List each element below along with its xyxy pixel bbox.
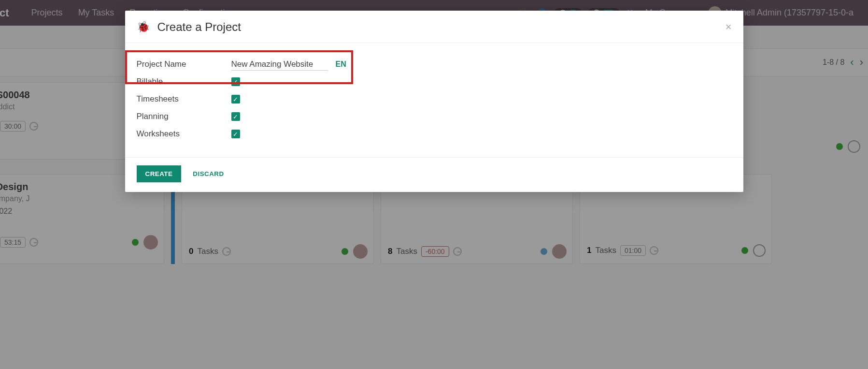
create-project-modal: 🐞 Create a Project × Project Name EN Bil…: [125, 11, 743, 192]
checkbox-timesheets[interactable]: ✓: [231, 95, 240, 103]
language-chip[interactable]: EN: [336, 60, 346, 69]
label-worksheets: Worksheets: [137, 129, 231, 139]
label-timesheets: Timesheets: [137, 94, 231, 104]
row-billable: Billable ✓: [137, 73, 732, 90]
label-planning: Planning: [137, 112, 231, 121]
row-planning: Planning ✓: [137, 108, 732, 125]
row-timesheets: Timesheets ✓: [137, 90, 732, 108]
discard-button[interactable]: DISCARD: [193, 170, 224, 177]
modal-header: 🐞 Create a Project ×: [125, 11, 743, 43]
close-icon[interactable]: ×: [726, 21, 732, 33]
checkbox-planning[interactable]: ✓: [231, 112, 240, 121]
checkbox-worksheets[interactable]: ✓: [231, 130, 240, 138]
create-button[interactable]: CREATE: [137, 165, 182, 182]
bug-icon: 🐞: [137, 21, 150, 33]
modal-title: Create a Project: [157, 20, 241, 34]
modal-body: Project Name EN Billable ✓ Timesheets ✓ …: [125, 43, 743, 157]
checkbox-billable[interactable]: ✓: [231, 77, 240, 86]
label-project-name: Project Name: [137, 59, 231, 69]
label-billable: Billable: [137, 77, 231, 87]
row-project-name: Project Name EN: [137, 56, 732, 73]
modal-footer: CREATE DISCARD: [125, 157, 743, 192]
input-project-name[interactable]: [231, 59, 328, 71]
row-worksheets: Worksheets ✓: [137, 125, 732, 143]
